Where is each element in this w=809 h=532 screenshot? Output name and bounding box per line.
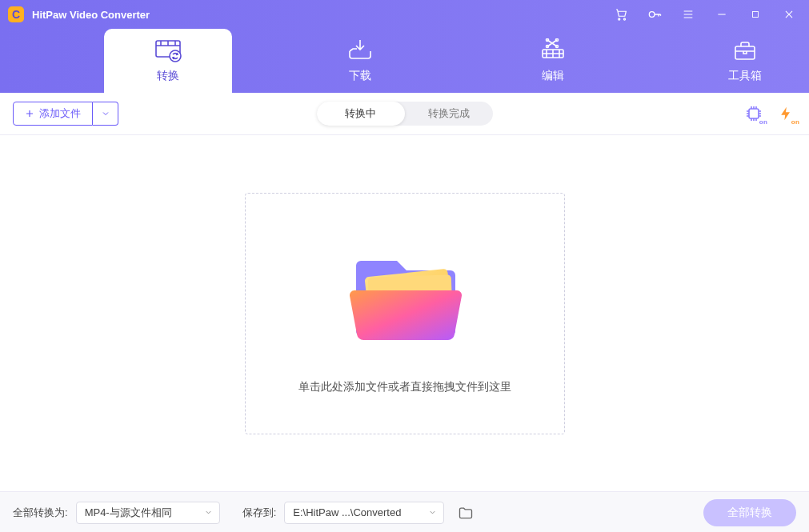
minimize-button[interactable] [705, 0, 739, 29]
tab-convert[interactable]: 转换 [104, 29, 232, 93]
tab-download[interactable]: 下载 [296, 29, 424, 93]
plus-icon [25, 109, 34, 118]
cart-icon [614, 7, 628, 22]
hw-accel-toggle[interactable]: on [775, 103, 796, 124]
app-logo-icon: C [8, 6, 24, 22]
save-to-label: 保存到: [242, 506, 277, 520]
toolbox-icon [732, 38, 758, 62]
titlebar: C HitPaw Video Converter [0, 0, 809, 29]
maximize-icon [751, 10, 760, 19]
key-button[interactable] [638, 0, 671, 29]
convert-all-to-label: 全部转换为: [13, 506, 68, 520]
chevron-down-icon [204, 508, 213, 517]
add-file-button[interactable]: 添加文件 [13, 102, 93, 126]
svg-point-0 [619, 18, 620, 20]
save-path-select[interactable]: E:\HitPaw ...\Converted [284, 502, 444, 524]
save-path-value: E:\HitPaw ...\Converted [293, 506, 401, 518]
svg-point-2 [649, 12, 655, 18]
drop-area[interactable]: 单击此处添加文件或者直接拖拽文件到这里 [245, 193, 565, 434]
svg-point-5 [170, 50, 181, 62]
close-icon [783, 9, 795, 20]
drop-hint: 单击此处添加文件或者直接拖拽文件到这里 [298, 380, 511, 394]
tab-edit[interactable]: 编辑 [489, 29, 617, 93]
tab-toolbox-label: 工具箱 [728, 69, 762, 83]
tab-edit-label: 编辑 [542, 69, 564, 83]
add-file-label: 添加文件 [39, 106, 81, 121]
segment-converting[interactable]: 转换中 [317, 102, 405, 126]
status-segmented: 转换中 转换完成 [317, 102, 493, 126]
svg-rect-11 [735, 46, 755, 59]
convert-all-button[interactable]: 全部转换 [703, 499, 796, 526]
menu-button[interactable] [671, 0, 705, 29]
format-select[interactable]: MP4-与源文件相同 [76, 502, 220, 524]
svg-rect-12 [749, 109, 759, 118]
tab-download-label: 下载 [349, 69, 371, 83]
edit-icon [539, 38, 567, 62]
bottombar: 全部转换为: MP4-与源文件相同 保存到: E:\HitPaw ...\Con… [0, 491, 809, 532]
tab-toolbox[interactable]: 工具箱 [681, 29, 809, 93]
accel-on-label: on [791, 118, 799, 126]
close-button[interactable] [772, 0, 806, 29]
segment-done[interactable]: 转换完成 [405, 102, 493, 126]
menu-icon [682, 8, 695, 21]
format-value: MP4-与源文件相同 [85, 506, 172, 520]
download-icon [346, 38, 374, 62]
key-icon [647, 6, 663, 22]
tab-convert-label: 转换 [157, 69, 179, 83]
chevron-down-icon [101, 109, 110, 118]
svg-point-1 [623, 18, 625, 20]
gpu-toggle[interactable]: on [743, 103, 764, 124]
main-nav: 转换 下载 编辑 工具箱 [0, 29, 809, 93]
folder-illustration-icon [337, 233, 473, 356]
folder-icon [458, 506, 474, 520]
open-folder-button[interactable] [452, 502, 479, 524]
add-file-dropdown[interactable] [93, 102, 118, 126]
canvas: 单击此处添加文件或者直接拖拽文件到这里 [0, 135, 809, 491]
convert-all-button-label: 全部转换 [727, 506, 772, 520]
minimize-icon [716, 9, 727, 20]
convert-icon [154, 38, 182, 62]
gpu-on-label: on [759, 118, 767, 126]
add-file-group: 添加文件 [13, 102, 118, 126]
svg-rect-3 [753, 12, 759, 18]
toolbar: 添加文件 转换中 转换完成 on on [0, 93, 809, 134]
app-title: HitPaw Video Converter [32, 9, 150, 21]
cart-button[interactable] [604, 0, 638, 29]
chevron-down-icon [428, 508, 437, 517]
maximize-button[interactable] [739, 0, 772, 29]
